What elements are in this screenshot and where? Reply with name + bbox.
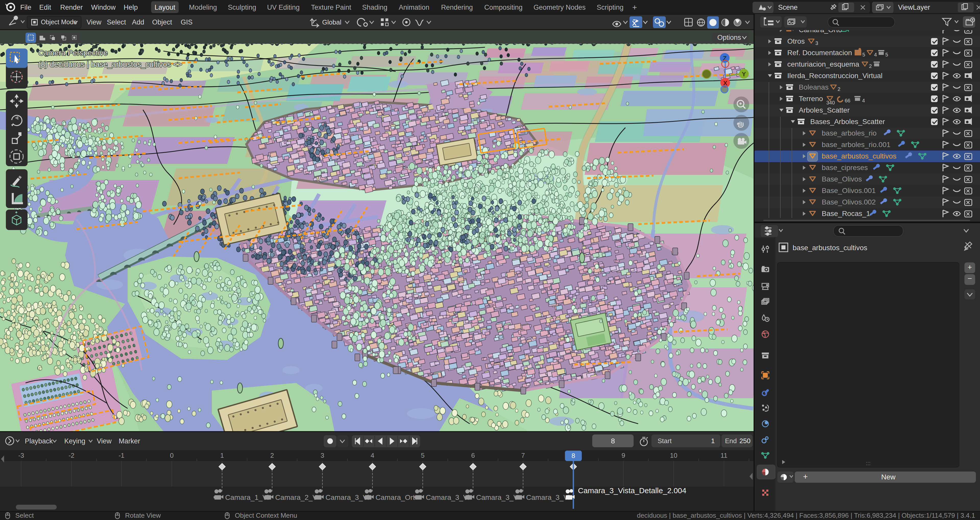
svg-text:Base_Olivos: Base_Olivos	[822, 175, 862, 183]
svg-text:Geometry Nodes: Geometry Nodes	[533, 3, 585, 11]
svg-text:-3: -3	[18, 452, 24, 459]
svg-text:6: 6	[471, 452, 475, 459]
svg-text:+: +	[632, 3, 637, 12]
svg-text:Start: Start	[658, 437, 672, 445]
svg-text:66: 66	[845, 98, 850, 103]
svg-text:3: 3	[815, 40, 818, 46]
svg-text:2: 2	[838, 86, 840, 92]
svg-text:deciduous | base_arbustos_cult: deciduous | base_arbustos_cultivos | Ver…	[637, 512, 975, 519]
svg-text:Shading: Shading	[362, 3, 387, 11]
svg-text:View: View	[97, 437, 112, 445]
svg-text:Global: Global	[322, 18, 341, 26]
svg-text:+: +	[967, 263, 972, 271]
svg-text:Camara_3_Vista_Detalle_2.004: Camara_3_Vista_Detalle_2.004	[578, 486, 686, 495]
svg-text:Ilerda_Reconstruccion_Virtual: Ilerda_Reconstruccion_Virtual	[787, 72, 883, 80]
svg-text:Render: Render	[60, 3, 83, 11]
svg-text:Base_Olivos.001: Base_Olivos.001	[822, 187, 876, 194]
svg-text:Camara_Ort: Camara_Ort	[375, 493, 415, 501]
svg-text:5: 5	[421, 452, 425, 459]
svg-text:Object: Object	[152, 18, 172, 26]
svg-text:base_arbustos_cultivos: base_arbustos_cultivos	[792, 244, 867, 252]
svg-text:Base_Rocas_1: Base_Rocas_1	[822, 210, 870, 218]
svg-text:Options: Options	[718, 34, 741, 41]
svg-text:base_arboles_rio.001: base_arboles_rio.001	[822, 141, 890, 149]
svg-text:10: 10	[670, 452, 678, 459]
svg-text:File: File	[20, 3, 32, 11]
svg-text:Camara_3_Vi: Camara_3_Vi	[426, 493, 469, 501]
svg-text:Boleanas: Boleanas	[799, 83, 829, 91]
svg-text:Camara_3_Vi: Camara_3_Vi	[526, 493, 570, 501]
svg-text:View: View	[86, 18, 102, 26]
svg-text:-2: -2	[68, 452, 74, 459]
svg-text:Scripting: Scripting	[597, 3, 624, 11]
svg-text:Add: Add	[132, 18, 144, 26]
svg-text:Compositing: Compositing	[484, 3, 523, 11]
svg-text:Y: Y	[742, 71, 746, 78]
svg-text:Camara_3_Vi: Camara_3_Vi	[326, 493, 369, 501]
svg-text:5: 5	[862, 52, 865, 57]
svg-text:Texture Paint: Texture Paint	[311, 3, 351, 11]
svg-text:Camara_2_V: Camara_2_V	[275, 493, 317, 501]
svg-text:Scene: Scene	[778, 3, 798, 11]
svg-text:Object Context Menu: Object Context Menu	[235, 512, 297, 519]
svg-text:9: 9	[622, 452, 625, 459]
svg-text:2: 2	[270, 452, 274, 459]
svg-text:−: −	[967, 274, 972, 283]
svg-text:Marker: Marker	[119, 437, 140, 445]
svg-text:Arboles_Scatter: Arboles_Scatter	[799, 106, 850, 114]
svg-text:base_arbustos_cultivos: base_arbustos_cultivos	[822, 152, 897, 160]
svg-text:base_cipreses: base_cipreses	[822, 164, 868, 172]
svg-text:Bases_Arboles_Scatter: Bases_Arboles_Scatter	[810, 118, 885, 126]
svg-text:base_arboles_rio: base_arboles_rio	[822, 129, 877, 137]
svg-text:250: 250	[740, 437, 751, 445]
svg-text:+: +	[803, 472, 808, 481]
svg-text:Window: Window	[91, 3, 116, 11]
svg-text:Rendering: Rendering	[441, 3, 473, 11]
svg-text:Base_Olivos.002: Base_Olivos.002	[822, 198, 876, 206]
svg-text:Otros: Otros	[787, 37, 805, 45]
svg-text:11: 11	[721, 452, 727, 459]
svg-text:Help: Help	[124, 3, 138, 11]
svg-text:1: 1	[220, 452, 224, 459]
svg-text:Modeling: Modeling	[189, 3, 217, 11]
svg-text:Select: Select	[107, 18, 126, 26]
svg-text:Camera Perspective: Camera Perspective	[38, 49, 108, 57]
svg-text:Camara_1_Vi: Camara_1_Vi	[225, 493, 269, 501]
svg-text:Object Mode: Object Mode	[41, 18, 77, 25]
svg-text:Edit: Edit	[39, 3, 51, 11]
svg-text:8: 8	[611, 437, 615, 445]
svg-text:4: 4	[371, 452, 374, 459]
svg-text:Sculpting: Sculpting	[228, 3, 256, 11]
svg-text:Rotate View: Rotate View	[125, 512, 161, 519]
svg-text:-1: -1	[118, 452, 124, 459]
svg-text:Keying: Keying	[64, 437, 86, 445]
svg-text:Ref. Documentacion: Ref. Documentacion	[787, 49, 852, 57]
svg-text:4: 4	[874, 52, 877, 57]
svg-text:Layout: Layout	[154, 3, 175, 11]
svg-text:0: 0	[170, 452, 173, 459]
svg-text:3: 3	[321, 452, 324, 459]
svg-text::::: :::	[866, 460, 870, 466]
svg-text:UV Editing: UV Editing	[267, 3, 300, 11]
svg-text:GIS: GIS	[181, 18, 193, 26]
svg-text:Terreno: Terreno	[799, 95, 823, 103]
svg-text:(8) deciduous | base_arbustos_: (8) deciduous | base_arbustos_cultivos <…	[38, 60, 182, 68]
svg-text:4: 4	[862, 98, 865, 103]
svg-text:8: 8	[571, 452, 575, 460]
svg-text:Select: Select	[15, 512, 34, 519]
svg-text:Playback: Playback	[25, 437, 53, 445]
svg-text:New: New	[881, 473, 896, 481]
svg-text:5: 5	[885, 52, 888, 57]
svg-text:340: 340	[826, 100, 835, 105]
svg-text:7: 7	[521, 452, 525, 459]
svg-text:2: 2	[869, 63, 872, 69]
svg-text:Animation: Animation	[399, 3, 430, 11]
svg-text:ViewLayer: ViewLayer	[898, 3, 930, 11]
svg-text:centuriacion_esquema: centuriacion_esquema	[787, 60, 859, 68]
svg-text:1: 1	[711, 437, 715, 445]
svg-text:End: End	[725, 437, 737, 445]
svg-text:Camara_3_V: Camara_3_V	[476, 493, 518, 501]
